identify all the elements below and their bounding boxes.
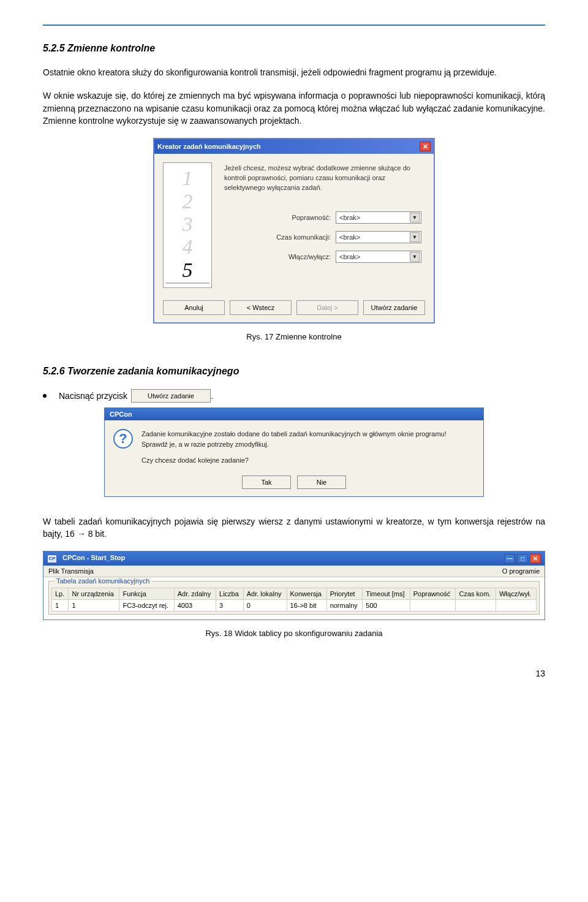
- wizard-steps: 1 2 3 4 5: [163, 162, 212, 288]
- tasks-groupbox: Tabela zadań komunikacyjnych Lp. Nr urzą…: [48, 581, 540, 615]
- group-label: Tabela zadań komunikacyjnych: [54, 577, 152, 585]
- press-label: Nacisnąć przycisk: [59, 391, 127, 401]
- section-5-2-6-title: 5.2.6 Tworzenie zadania komunikacyjnego: [43, 366, 545, 377]
- combo-wlacz[interactable]: <brak> ▼: [336, 251, 421, 263]
- create-task-button[interactable]: Utwórz zadanie: [363, 300, 425, 315]
- th-adr-zdalny: Adr. zdalny: [174, 588, 216, 600]
- cell-konwersja: 16->8 bit: [287, 600, 326, 612]
- menu-left[interactable]: Plik Transmisja: [48, 567, 94, 575]
- maximize-icon[interactable]: □: [517, 554, 528, 563]
- next-button: Dalej >: [296, 300, 358, 315]
- th-poprawnosc: Poprawność: [410, 588, 456, 600]
- close-icon[interactable]: ✕: [530, 554, 541, 563]
- cell-liczba: 3: [216, 600, 244, 612]
- step-3: 3: [183, 213, 193, 235]
- cell-czas: [456, 600, 496, 612]
- app-titlebar: CP CPCon - Start_Stop ― □ ✕: [43, 551, 545, 566]
- cpcon-main-window: CP CPCon - Start_Stop ― □ ✕ Plik Transmi…: [43, 551, 545, 620]
- figure-18-caption: Rys. 18 Widok tablicy po skonfigurowaniu…: [43, 629, 545, 638]
- minimize-icon[interactable]: ―: [504, 554, 515, 563]
- bullet-icon: [43, 394, 47, 398]
- msg-line1: Zadanie komunikacyjne zostało dodane do …: [141, 429, 447, 439]
- cancel-button[interactable]: Anuluj: [163, 300, 225, 315]
- cell-lp: 1: [52, 600, 69, 612]
- th-funkcja: Funkcja: [119, 588, 174, 600]
- cpcon-message-dialog: CPCon ? Zadanie komunikacyjne zostało do…: [104, 407, 484, 497]
- yes-button[interactable]: Tak: [242, 476, 291, 489]
- combo-czas[interactable]: <brak> ▼: [336, 231, 421, 243]
- no-button[interactable]: Nie: [297, 476, 346, 489]
- combo-poprawnosc-value: <brak>: [339, 214, 360, 221]
- cell-funkcja: FC3-odczyt rej.: [119, 600, 174, 612]
- th-czas: Czas kom.: [456, 588, 496, 600]
- step-5: 5: [183, 259, 193, 281]
- cell-poprawnosc: [410, 600, 456, 612]
- app-title-text: CPCon - Start_Stop: [62, 554, 125, 561]
- combo-poprawnosc[interactable]: <brak> ▼: [336, 211, 421, 224]
- cell-nr: 1: [69, 600, 119, 612]
- th-nr: Nr urządzenia: [69, 588, 119, 600]
- th-wlacz: Włącz/wył.: [496, 588, 537, 600]
- menubar[interactable]: Plik Transmisja O programie: [43, 566, 545, 577]
- th-adr-lokalny: Adr. lokalny: [243, 588, 287, 600]
- step-1: 1: [183, 167, 193, 189]
- page-number: 13: [43, 669, 545, 678]
- th-liczba: Liczba: [216, 588, 244, 600]
- table-row[interactable]: 1 1 FC3-odczyt rej. 4003 3 0 16->8 bit n…: [52, 600, 537, 612]
- para-1: Ostatnie okno kreatora służy do skonfigu…: [43, 66, 545, 78]
- chevron-down-icon: ▼: [410, 252, 420, 262]
- step-2: 2: [183, 190, 193, 213]
- label-czas: Czas komunikacji:: [276, 233, 331, 241]
- th-konwersja: Konwersja: [287, 588, 326, 600]
- back-button[interactable]: < Wstecz: [230, 300, 292, 315]
- para-2: W oknie wskazuje się, do której ze zmien…: [43, 89, 545, 127]
- step-4: 4: [183, 235, 193, 258]
- chevron-down-icon: ▼: [410, 232, 420, 242]
- label-wlacz: Włącz/wyłącz:: [288, 253, 331, 260]
- table-header-row: Lp. Nr urządzenia Funkcja Adr. zdalny Li…: [52, 588, 537, 600]
- msg-title: CPCon: [105, 408, 483, 420]
- chevron-down-icon: ▼: [410, 213, 420, 222]
- cell-timeout: 500: [363, 600, 410, 612]
- question-icon: ?: [113, 429, 133, 449]
- para-3: W tabeli zadań komunikacyjnych pojawia s…: [43, 515, 545, 540]
- app-icon: CP: [47, 555, 57, 563]
- msg-line3: Czy chcesz dodać kolejne zadanie?: [141, 455, 447, 466]
- period: .: [211, 391, 213, 401]
- field-wlacz: Włącz/wyłącz: <brak> ▼: [224, 251, 421, 263]
- cell-adr-lokalny: 0: [243, 600, 287, 612]
- create-task-small-button[interactable]: Utwórz zadanie: [131, 389, 211, 403]
- step-underline: [165, 282, 209, 284]
- th-lp: Lp.: [52, 588, 69, 600]
- cell-wlacz: [496, 600, 537, 612]
- th-priorytet: Priorytet: [326, 588, 363, 600]
- wizard-title-text: Kreator zadań komunikacyjnych: [157, 143, 261, 150]
- label-poprawnosc: Poprawność:: [292, 214, 331, 221]
- cell-adr-zdalny: 4003: [174, 600, 216, 612]
- close-icon[interactable]: ✕: [420, 142, 431, 151]
- wizard-dialog: Kreator zadań komunikacyjnych ✕ 1 2 3 4 …: [153, 138, 435, 324]
- figure-17-caption: Rys. 17 Zmienne kontrolne: [43, 332, 545, 341]
- combo-wlacz-value: <brak>: [339, 253, 360, 260]
- top-rule: [43, 25, 545, 26]
- field-czas: Czas komunikacji: <brak> ▼: [224, 231, 421, 243]
- th-timeout: Timeout [ms]: [363, 588, 410, 600]
- instruction-row: Nacisnąć przycisk Utwórz zadanie .: [43, 389, 545, 403]
- menu-right[interactable]: O programie: [502, 567, 540, 575]
- msg-line2: Sprawdź je, a w razie potrzeby zmodyfiku…: [141, 439, 447, 450]
- cell-priorytet: normalny: [326, 600, 363, 612]
- wizard-titlebar: Kreator zadań komunikacyjnych ✕: [154, 139, 434, 154]
- tasks-table: Lp. Nr urządzenia Funkcja Adr. zdalny Li…: [51, 588, 537, 612]
- section-5-2-5-title: 5.2.5 Zmienne kontrolne: [43, 43, 545, 54]
- combo-czas-value: <brak>: [339, 233, 360, 241]
- wizard-intro: Jeżeli chcesz, możesz wybrać dodatkowe z…: [224, 164, 421, 193]
- field-poprawnosc: Poprawność: <brak> ▼: [224, 211, 421, 224]
